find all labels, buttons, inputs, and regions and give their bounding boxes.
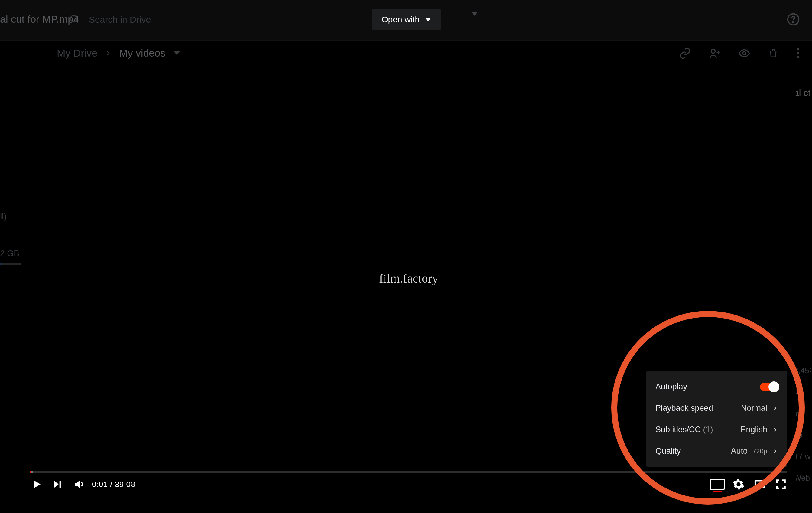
playback-speed-value: Normal bbox=[741, 404, 767, 413]
quality-label: Quality bbox=[656, 447, 681, 456]
svg-point-6 bbox=[797, 48, 799, 50]
svg-point-2 bbox=[711, 49, 715, 53]
autoplay-toggle[interactable] bbox=[760, 383, 778, 391]
player-controls: 0:01 / 39:08 bbox=[21, 473, 796, 496]
drive-action-icons bbox=[679, 47, 800, 59]
quality-value: 720p bbox=[752, 448, 767, 455]
trash-icon bbox=[768, 47, 779, 59]
chevron-right-icon bbox=[772, 448, 778, 454]
right-sidebar-snippets: 8,452 4! ide ne 17 w Web bbox=[794, 354, 812, 495]
play-button[interactable] bbox=[26, 474, 47, 495]
toggle-knob bbox=[768, 381, 779, 392]
file-name: al cut for MP.mp4 bbox=[0, 13, 79, 25]
subtitles-label: Subtitles/CC bbox=[656, 425, 701, 434]
search-icon bbox=[69, 14, 80, 25]
subtitles-row[interactable]: Subtitles/CC (1) English bbox=[646, 419, 787, 440]
next-button[interactable] bbox=[47, 474, 68, 495]
svg-point-8 bbox=[797, 56, 799, 58]
volume-button[interactable] bbox=[68, 474, 89, 495]
breadcrumb-root: My Drive bbox=[57, 47, 97, 59]
svg-line-1 bbox=[76, 21, 78, 23]
more-vert-icon bbox=[796, 47, 800, 59]
time-display: 0:01 / 39:08 bbox=[92, 480, 135, 489]
svg-rect-11 bbox=[60, 481, 61, 488]
svg-point-7 bbox=[797, 52, 799, 54]
svg-rect-13 bbox=[760, 484, 763, 487]
subtitles-count: (1) bbox=[703, 425, 713, 434]
miniplayer-button[interactable] bbox=[749, 474, 770, 495]
settings-panel: Autoplay Playback speed Normal Subtitles… bbox=[646, 371, 787, 467]
playback-speed-row[interactable]: Playback speed Normal bbox=[646, 398, 787, 419]
breadcrumb-current: My videos bbox=[119, 47, 165, 59]
playback-speed-label: Playback speed bbox=[656, 404, 713, 413]
svg-point-10 bbox=[793, 22, 794, 23]
search-placeholder: Search in Drive bbox=[89, 15, 151, 25]
eye-icon bbox=[738, 47, 750, 59]
settings-button[interactable] bbox=[728, 474, 749, 495]
extra-dropdown bbox=[472, 16, 477, 21]
quality-row[interactable]: Quality Auto 720p bbox=[646, 440, 787, 462]
chevron-down-icon bbox=[174, 51, 180, 55]
open-with-label: Open with bbox=[381, 15, 419, 25]
dropdown-arrow-icon bbox=[425, 18, 431, 22]
chevron-right-icon bbox=[105, 50, 112, 57]
video-player[interactable]: film.factory 0:01 / 39:08 bbox=[21, 61, 796, 496]
open-with-button[interactable]: Open with bbox=[372, 9, 441, 30]
autoplay-row[interactable]: Autoplay bbox=[646, 376, 787, 398]
autoplay-label: Autoplay bbox=[656, 382, 687, 392]
chevron-right-icon bbox=[772, 405, 778, 411]
help-icon bbox=[787, 13, 800, 26]
person-add-icon bbox=[708, 47, 721, 59]
chevron-right-icon bbox=[772, 427, 778, 433]
side-info-panel: al ct bbox=[794, 82, 812, 209]
cc-icon bbox=[710, 479, 725, 490]
svg-point-0 bbox=[70, 16, 77, 22]
fullscreen-button[interactable] bbox=[770, 474, 791, 495]
video-watermark: film.factory bbox=[379, 271, 438, 286]
svg-point-5 bbox=[743, 52, 746, 55]
subtitles-value: English bbox=[741, 425, 767, 434]
subtitles-button[interactable] bbox=[707, 474, 728, 495]
quality-prefix: Auto bbox=[731, 447, 748, 456]
link-icon bbox=[679, 47, 691, 59]
